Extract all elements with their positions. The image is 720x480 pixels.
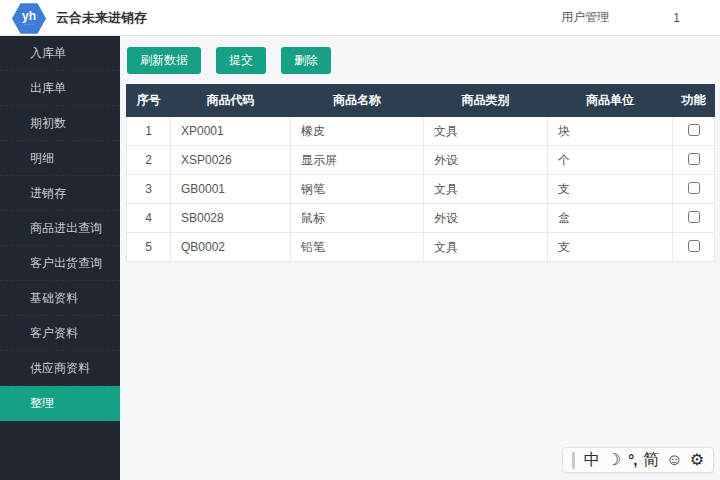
sidebar-item-supplier-data[interactable]: 供应商资料 xyxy=(0,351,120,386)
cell-product-code: XP0001 xyxy=(171,117,291,146)
cell-product-name: 橡皮 xyxy=(291,117,424,146)
row-select-checkbox[interactable] xyxy=(688,182,700,194)
cell-product-unit: 盒 xyxy=(548,204,673,233)
logo-text: yh xyxy=(22,11,36,22)
submit-button[interactable]: 提交 xyxy=(216,47,266,74)
sidebar-item-organize[interactable]: 整理 xyxy=(0,386,120,421)
sidebar-item-customer-shipment-query[interactable]: 客户出货查询 xyxy=(0,246,120,281)
cell-product-code: XSP0026 xyxy=(171,146,291,175)
sidebar-item-outbound-order[interactable]: 出库单 xyxy=(0,71,120,106)
ime-simplified-mode-button[interactable]: 简 xyxy=(643,451,659,469)
ime-drag-handle[interactable] xyxy=(572,452,575,469)
cell-index: 3 xyxy=(127,175,171,204)
page-title: 云合未来进销存 xyxy=(56,9,147,27)
user-count-badge[interactable]: 1 xyxy=(673,11,680,25)
user-management-link[interactable]: 用户管理 xyxy=(561,9,609,26)
sidebar-item-purchase-sale-stock[interactable]: 进销存 xyxy=(0,176,120,211)
table-header-row: 序号 商品代码 商品名称 商品类别 商品单位 功能 xyxy=(127,85,715,117)
cell-product-category: 外设 xyxy=(424,204,548,233)
top-navbar: yh ···· 云合未来进销存 用户管理 1 xyxy=(0,0,720,36)
app-logo: yh ···· xyxy=(12,2,46,36)
cell-product-unit: 支 xyxy=(548,175,673,204)
row-select-checkbox[interactable] xyxy=(688,153,700,165)
cell-product-unit: 支 xyxy=(548,233,673,262)
cell-product-name: 鼠标 xyxy=(291,204,424,233)
cell-product-name: 钢笔 xyxy=(291,175,424,204)
ime-emoji-icon[interactable]: ☺ xyxy=(666,451,682,469)
cell-product-category: 文具 xyxy=(424,233,548,262)
row-select-checkbox[interactable] xyxy=(688,240,700,252)
col-index: 序号 xyxy=(127,85,171,117)
action-toolbar: 刷新数据 提交 删除 xyxy=(127,47,715,74)
cell-product-category: 文具 xyxy=(424,117,548,146)
cell-product-code: GB0001 xyxy=(171,175,291,204)
logo-subtext: ···· xyxy=(24,22,35,27)
cell-index: 1 xyxy=(127,117,171,146)
cell-index: 2 xyxy=(127,146,171,175)
sidebar-item-product-inout-query[interactable]: 商品进出查询 xyxy=(0,211,120,246)
sidebar-item-opening-balance[interactable]: 期初数 xyxy=(0,106,120,141)
table-row: 4 SB0028 鼠标 外设 盒 xyxy=(127,204,715,233)
sidebar-item-details[interactable]: 明细 xyxy=(0,141,120,176)
cell-product-code: SB0028 xyxy=(171,204,291,233)
product-table: 序号 商品代码 商品名称 商品类别 商品单位 功能 1 XP0001 橡皮 文具… xyxy=(126,84,715,262)
cell-product-category: 文具 xyxy=(424,175,548,204)
row-select-checkbox[interactable] xyxy=(688,211,700,223)
ime-toolbar: 中 ☽ °, 简 ☺ ⚙ xyxy=(562,447,714,473)
col-product-code: 商品代码 xyxy=(171,85,291,117)
table-row: 1 XP0001 橡皮 文具 块 xyxy=(127,117,715,146)
sidebar-item-customer-data[interactable]: 客户资料 xyxy=(0,316,120,351)
cell-product-name: 铅笔 xyxy=(291,233,424,262)
ime-punctuation-icon[interactable]: °, xyxy=(628,451,636,469)
delete-button[interactable]: 删除 xyxy=(281,47,331,74)
row-select-checkbox[interactable] xyxy=(688,124,700,136)
ime-language-mode-button[interactable]: 中 xyxy=(584,451,600,469)
col-actions: 功能 xyxy=(673,85,715,117)
cell-index: 4 xyxy=(127,204,171,233)
cell-product-unit: 个 xyxy=(548,146,673,175)
table-row: 5 QB0002 铅笔 文具 支 xyxy=(127,233,715,262)
cell-product-code: QB0002 xyxy=(171,233,291,262)
sidebar-item-basic-data[interactable]: 基础资料 xyxy=(0,281,120,316)
col-product-unit: 商品单位 xyxy=(548,85,673,117)
table-row: 2 XSP0026 显示屏 外设 个 xyxy=(127,146,715,175)
table-row: 3 GB0001 钢笔 文具 支 xyxy=(127,175,715,204)
col-product-name: 商品名称 xyxy=(291,85,424,117)
refresh-data-button[interactable]: 刷新数据 xyxy=(127,47,201,74)
sidebar-nav: 入库单 出库单 期初数 明细 进销存 商品进出查询 客户出货查询 基础资料 客户… xyxy=(0,36,120,480)
cell-product-name: 显示屏 xyxy=(291,146,424,175)
sidebar-item-inbound-order[interactable]: 入库单 xyxy=(0,36,120,71)
cell-product-category: 外设 xyxy=(424,146,548,175)
main-content: 刷新数据 提交 删除 序号 商品代码 商品名称 商品类别 商品单位 功能 xyxy=(120,36,720,480)
cell-product-unit: 块 xyxy=(548,117,673,146)
col-product-category: 商品类别 xyxy=(424,85,548,117)
ime-fullwidth-moon-icon[interactable]: ☽ xyxy=(607,451,621,469)
cell-index: 5 xyxy=(127,233,171,262)
ime-settings-gear-icon[interactable]: ⚙ xyxy=(690,451,704,469)
